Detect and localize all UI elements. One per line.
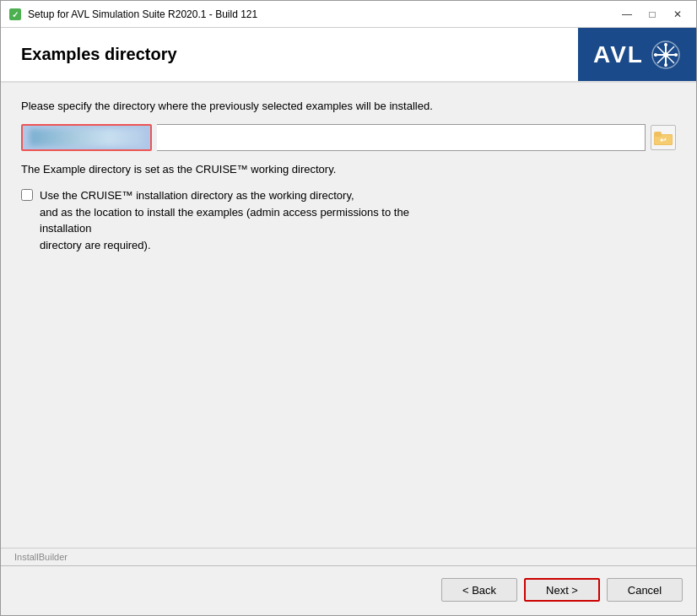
page-title: Examples directory xyxy=(21,45,177,64)
app-icon: ✓ xyxy=(8,7,23,22)
content-area: Examples directory AVL xyxy=(1,28,696,615)
footer-area: InstallBuilder < Back Next > Cancel xyxy=(1,548,696,615)
svg-point-11 xyxy=(674,53,678,57)
folder-icon: ↩ xyxy=(654,130,673,145)
window-controls: — □ ✕ xyxy=(615,4,689,24)
use-cruise-dir-checkbox[interactable] xyxy=(21,189,33,201)
description-text: Please specify the directory where the p… xyxy=(21,100,676,112)
svg-point-10 xyxy=(654,53,657,57)
close-button[interactable]: ✕ xyxy=(666,4,689,24)
avl-logo-text: AVL xyxy=(593,41,644,68)
installbuilder-label: InstallBuilder xyxy=(1,548,696,562)
svg-point-7 xyxy=(663,52,668,57)
header-title-block: Examples directory xyxy=(1,28,578,81)
main-content: Please specify the directory where the p… xyxy=(1,83,696,548)
directory-input[interactable] xyxy=(157,124,646,151)
svg-point-9 xyxy=(664,63,667,67)
footer-buttons: < Back Next > Cancel xyxy=(1,570,696,615)
footer-divider xyxy=(1,565,696,566)
svg-point-8 xyxy=(664,43,667,46)
maximize-button[interactable]: □ xyxy=(640,4,664,24)
header-section: Examples directory AVL xyxy=(1,28,696,83)
window-title: Setup for AVL Simulation Suite R2020.1 -… xyxy=(28,8,615,20)
back-button[interactable]: < Back xyxy=(441,578,517,602)
next-button[interactable]: Next > xyxy=(524,578,600,602)
avl-logo: AVL xyxy=(578,28,696,81)
cancel-button[interactable]: Cancel xyxy=(607,578,683,602)
svg-text:↩: ↩ xyxy=(660,136,667,144)
directory-row: ↩ xyxy=(21,124,676,151)
minimize-button[interactable]: — xyxy=(615,4,639,24)
svg-text:✓: ✓ xyxy=(12,10,19,19)
avl-logo-icon xyxy=(651,40,681,70)
title-bar: ✓ Setup for AVL Simulation Suite R2020.1… xyxy=(1,1,696,28)
directory-blurred-segment xyxy=(21,124,152,151)
blurred-content xyxy=(30,129,144,146)
main-window: ✓ Setup for AVL Simulation Suite R2020.1… xyxy=(0,0,697,616)
checkbox-row: Use the CRUISE™ installation directory a… xyxy=(21,187,676,253)
note-text: The Example directory is set as the CRUI… xyxy=(21,163,676,176)
checkbox-label: Use the CRUISE™ installation directory a… xyxy=(40,187,409,253)
browse-button[interactable]: ↩ xyxy=(651,125,676,150)
spacer xyxy=(21,265,676,531)
